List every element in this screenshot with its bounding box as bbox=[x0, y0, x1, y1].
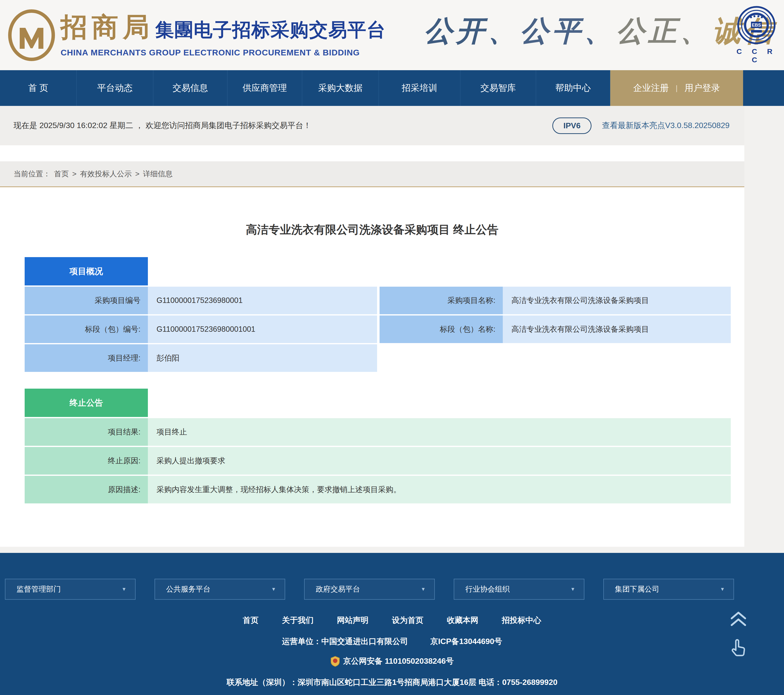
chevron-down-icon: ▼ bbox=[271, 587, 276, 592]
page-title: 高洁专业洗衣有限公司洗涤设备采购项目 终止公告 bbox=[0, 222, 744, 237]
mouse-cursor-icon bbox=[728, 637, 749, 661]
breadcrumb-separator: > bbox=[72, 170, 77, 178]
scroll-to-top-icon[interactable] bbox=[728, 610, 749, 629]
brand-cn-blue: 集團电子招标采购交易平台 bbox=[155, 18, 386, 43]
chevron-down-icon: ▼ bbox=[720, 587, 725, 592]
dropdown-group-subsidiaries[interactable]: 集团下属公司 ▼ bbox=[603, 579, 734, 600]
footer-links: 首页 关于我们 网站声明 设为首页 收藏本网 招投标中心 bbox=[0, 615, 784, 626]
svg-text:EBS: EBS bbox=[752, 23, 761, 28]
field-label: 标段（包）名称: bbox=[380, 315, 503, 343]
footer-link-set-home[interactable]: 设为首页 bbox=[392, 615, 423, 626]
dropdown-industry-assoc[interactable]: 行业协会组织 ▼ bbox=[454, 579, 585, 600]
table-row: 项目经理: 彭伯阳 bbox=[25, 344, 731, 372]
footer-security-row: 京公网安备 11010502038246号 bbox=[0, 656, 784, 667]
table-row: 原因描述: 采购内容发生重大调整，现经招标人集体决策，要求撤销上述项目采购。 bbox=[25, 476, 731, 503]
breadcrumb-home[interactable]: 首页 bbox=[54, 169, 69, 179]
auth-divider: | bbox=[676, 84, 678, 92]
site-logo[interactable]: 招商局 集團电子招标采购交易平台 CHINA MERCHANTS GROUP E… bbox=[7, 9, 386, 61]
dropdown-public-service[interactable]: 公共服务平台 ▼ bbox=[155, 579, 285, 600]
nav-item-supplier-mgmt[interactable]: 供应商管理 bbox=[227, 70, 302, 106]
footer-link-favorite[interactable]: 收藏本网 bbox=[447, 615, 478, 626]
welcome-text: 现在是 2025/9/30 16:02:02 星期二 ， 欢迎您访问招商局集团电… bbox=[13, 120, 311, 131]
ccrc-badge: EBS C C R C bbox=[734, 5, 779, 64]
table-row: 终止原因: 采购人提出撤项要求 bbox=[25, 447, 731, 475]
footer-link-home[interactable]: 首页 bbox=[243, 615, 259, 626]
footer-operator-row: 运营单位：中国交通进出口有限公司 京ICP备13044690号 bbox=[0, 636, 784, 647]
security-badge-icon bbox=[330, 656, 340, 667]
field-label: 采购项目名称: bbox=[380, 287, 503, 314]
ccrc-badge-icon: EBS bbox=[737, 5, 776, 45]
table-row: 采购项目编号 G1100000175236980001 采购项目名称: 高洁专业… bbox=[25, 287, 731, 314]
nav-item-training[interactable]: 招采培训 bbox=[379, 70, 460, 106]
breadcrumb-prefix: 当前位置： bbox=[13, 169, 51, 179]
spacer-strip bbox=[0, 145, 744, 161]
termination-section-tab: 终止公告 bbox=[25, 389, 148, 417]
version-link[interactable]: 查看最新版本亮点V3.0.58.20250829 bbox=[602, 120, 730, 131]
main-nav: 首 页 平台动态 交易信息 供应商管理 采购大数据 招采培训 交易智库 帮助中心… bbox=[0, 70, 784, 106]
field-label: 项目经理: bbox=[25, 344, 148, 372]
footer-dropdowns: 监督管理部门 ▼ 公共服务平台 ▼ 政府交易平台 ▼ 行业协会组织 ▼ 集团下属… bbox=[5, 553, 734, 600]
table-row: 项目结果: 项目终止 bbox=[25, 418, 731, 446]
field-value: 高洁专业洗衣有限公司洗涤设备采购项目 bbox=[503, 315, 731, 343]
main-content: 高洁专业洗衣有限公司洗涤设备采购项目 终止公告 项目概况 采购项目编号 G110… bbox=[0, 187, 744, 547]
ccrc-label: C C R C bbox=[734, 47, 779, 64]
china-merchants-logo-icon bbox=[7, 9, 56, 61]
field-label: 项目结果: bbox=[25, 418, 148, 446]
chevron-down-icon: ▼ bbox=[421, 587, 426, 592]
ipv6-button[interactable]: IPV6 bbox=[552, 117, 591, 134]
dropdown-supervision[interactable]: 监督管理部门 ▼ bbox=[5, 579, 135, 600]
slogan: 公开、公平、公正、诚信 bbox=[424, 12, 776, 50]
nav-item-home[interactable]: 首 页 bbox=[0, 70, 77, 106]
breadcrumb-section[interactable]: 有效投标人公示 bbox=[80, 169, 132, 179]
login-link[interactable]: 用户登录 bbox=[684, 82, 720, 94]
security-record-link[interactable]: 京公网安备 11010502038246号 bbox=[343, 656, 453, 667]
field-label: 原因描述: bbox=[25, 476, 148, 503]
footer-link-bid-center[interactable]: 招投标中心 bbox=[502, 615, 541, 626]
project-overview-section: 项目概况 采购项目编号 G1100000175236980001 采购项目名称:… bbox=[25, 257, 731, 372]
nav-item-big-data[interactable]: 采购大数据 bbox=[302, 70, 379, 106]
breadcrumb-separator: > bbox=[135, 170, 140, 178]
footer-gap bbox=[0, 547, 784, 553]
page: 招商局 集團电子招标采购交易平台 CHINA MERCHANTS GROUP E… bbox=[0, 0, 784, 695]
footer-contact-row: 联系地址（深圳）：深圳市南山区蛇口工业三路1号招商局港口大厦16层 电话：075… bbox=[0, 677, 784, 688]
scroll-widgets bbox=[727, 610, 749, 662]
contact-text: 联系地址（深圳）：深圳市南山区蛇口工业三路1号招商局港口大厦16层 电话：075… bbox=[227, 677, 557, 688]
nav-item-trade-info[interactable]: 交易信息 bbox=[153, 70, 227, 106]
overview-section-tab: 项目概况 bbox=[25, 257, 148, 286]
breadcrumb: 当前位置： 首页 > 有效投标人公示 > 详细信息 bbox=[0, 161, 744, 187]
table-row: 标段（包）编号: G1100000175236980001001 标段（包）名称… bbox=[25, 315, 731, 343]
operator-text: 运营单位：中国交通进出口有限公司 bbox=[282, 636, 408, 647]
footer-link-about[interactable]: 关于我们 bbox=[282, 615, 313, 626]
field-value: G1100000175236980001 bbox=[148, 287, 377, 314]
field-label: 采购项目编号 bbox=[25, 287, 148, 314]
brand-en: CHINA MERCHANTS GROUP ELECTRONIC PROCURE… bbox=[61, 48, 386, 58]
site-header: 招商局 集團电子招标采购交易平台 CHINA MERCHANTS GROUP E… bbox=[0, 0, 784, 70]
nav-item-think-tank[interactable]: 交易智库 bbox=[460, 70, 536, 106]
field-value: 采购内容发生重大调整，现经招标人集体决策，要求撤销上述项目采购。 bbox=[148, 476, 731, 503]
site-footer: 监督管理部门 ▼ 公共服务平台 ▼ 政府交易平台 ▼ 行业协会组织 ▼ 集团下属… bbox=[0, 553, 784, 695]
field-label: 终止原因: bbox=[25, 447, 148, 475]
field-value: 高洁专业洗衣有限公司洗涤设备采购项目 bbox=[503, 287, 731, 314]
chevron-down-icon: ▼ bbox=[570, 587, 575, 592]
termination-section: 终止公告 项目结果: 项目终止 终止原因: 采购人提出撤项要求 原因描述: 采购… bbox=[25, 389, 731, 503]
icp-link[interactable]: 京ICP备13044690号 bbox=[430, 636, 502, 647]
field-value: G1100000175236980001001 bbox=[148, 315, 377, 343]
field-label: 标段（包）编号: bbox=[25, 315, 148, 343]
nav-item-help-center[interactable]: 帮助中心 bbox=[536, 70, 610, 106]
register-link[interactable]: 企业注册 bbox=[633, 82, 669, 94]
chevron-down-icon: ▼ bbox=[122, 587, 127, 592]
breadcrumb-current: 详细信息 bbox=[143, 169, 173, 179]
field-value: 项目终止 bbox=[148, 418, 731, 446]
brand-cn-gold: 招商局 bbox=[61, 9, 154, 45]
dropdown-gov-trading[interactable]: 政府交易平台 ▼ bbox=[304, 579, 435, 600]
info-bar: 现在是 2025/9/30 16:02:02 星期二 ， 欢迎您访问招商局集团电… bbox=[0, 106, 744, 145]
nav-filler bbox=[743, 70, 784, 106]
footer-link-statement[interactable]: 网站声明 bbox=[337, 615, 369, 626]
field-value: 采购人提出撤项要求 bbox=[148, 447, 731, 475]
nav-auth-area: 企业注册 | 用户登录 bbox=[610, 70, 743, 106]
field-value: 彭伯阳 bbox=[148, 344, 377, 372]
nav-item-platform-news[interactable]: 平台动态 bbox=[77, 70, 153, 106]
